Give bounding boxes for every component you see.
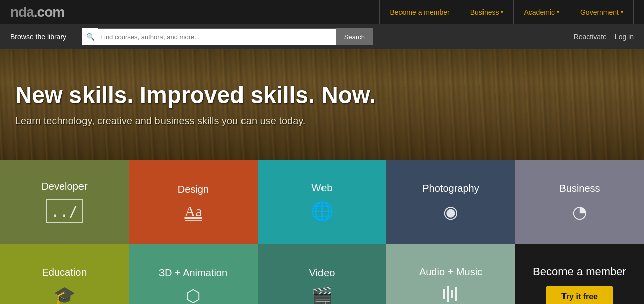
become-member-tile[interactable]: Become a member Try it free [515, 244, 644, 304]
become-member-link[interactable]: Become a member [379, 0, 460, 24]
government-chevron-icon: ▾ [621, 9, 623, 15]
academic-link[interactable]: Academic ▾ [514, 0, 570, 24]
search-button[interactable]: Search [336, 28, 373, 45]
animation-label: 3D + Animation [159, 267, 227, 279]
business-icon: ◔ [572, 201, 587, 222]
category-photography[interactable]: Photography ◉ [386, 160, 515, 244]
video-icon: 🎬 [311, 286, 333, 305]
developer-label: Developer [41, 181, 87, 192]
photography-label: Photography [422, 183, 479, 194]
academic-chevron-icon: ▾ [557, 9, 559, 15]
design-label: Design [178, 184, 209, 195]
category-row-1: Developer ../ Design Aa Web 🌐 Photograph… [0, 160, 644, 244]
video-label: Video [309, 267, 335, 279]
hero-subtitle: Learn technology, creative and business … [15, 115, 376, 127]
education-label: Education [42, 267, 87, 278]
search-icon: 🔍 [82, 28, 98, 45]
category-row-2: Education 🎓 3D + Animation ⬡ Video 🎬 Aud… [0, 244, 644, 304]
government-link[interactable]: Government ▾ [570, 0, 634, 24]
svg-rect-2 [451, 290, 453, 298]
login-link[interactable]: Log in [615, 33, 634, 41]
category-education[interactable]: Education 🎓 [0, 244, 129, 304]
search-input[interactable] [98, 33, 336, 41]
audio-label: Audio + Music [419, 266, 482, 278]
web-label: Web [312, 182, 333, 194]
business-chevron-icon: ▾ [501, 9, 503, 15]
reactivate-link[interactable]: Reactivate [574, 33, 607, 41]
developer-icon: ../ [46, 199, 83, 223]
photography-icon: ◉ [443, 201, 458, 222]
top-nav-links: Become a member Business ▾ Academic ▾ Go… [379, 0, 634, 24]
web-icon: 🌐 [311, 201, 334, 222]
try-free-button[interactable]: Try it free [546, 286, 613, 304]
category-developer[interactable]: Developer ../ [0, 160, 129, 244]
category-business[interactable]: Business ◔ [515, 160, 644, 244]
site-logo: nda.com [10, 4, 64, 20]
animation-icon: ⬡ [186, 286, 201, 305]
become-member-title: Become a member [533, 265, 626, 278]
svg-rect-1 [447, 286, 449, 302]
secondary-navigation: Browse the library 🔍 Search Reactivate L… [0, 24, 644, 49]
category-web[interactable]: Web 🌐 [258, 160, 386, 244]
category-audio[interactable]: Audio + Music [386, 244, 515, 304]
hero-section: New skills. Improved skills. Now. Learn … [0, 49, 644, 160]
hero-content: New skills. Improved skills. Now. Learn … [0, 82, 391, 127]
category-grid: Developer ../ Design Aa Web 🌐 Photograph… [0, 160, 644, 304]
svg-rect-3 [455, 287, 457, 301]
category-video[interactable]: Video 🎬 [258, 244, 386, 304]
svg-rect-0 [443, 289, 445, 299]
browse-library-button[interactable]: Browse the library [0, 24, 76, 49]
design-icon: Aa [185, 202, 202, 221]
business-link[interactable]: Business ▾ [460, 0, 514, 24]
category-animation[interactable]: 3D + Animation ⬡ [129, 244, 258, 304]
education-icon: 🎓 [53, 285, 76, 305]
audio-icon [441, 285, 461, 304]
business-cat-label: Business [559, 183, 600, 194]
search-bar: 🔍 Search [82, 28, 373, 45]
hero-title: New skills. Improved skills. Now. [15, 82, 376, 108]
auth-links: Reactivate Log in [574, 33, 644, 41]
category-design[interactable]: Design Aa [129, 160, 258, 244]
top-navigation: nda.com Become a member Business ▾ Acade… [0, 0, 644, 24]
